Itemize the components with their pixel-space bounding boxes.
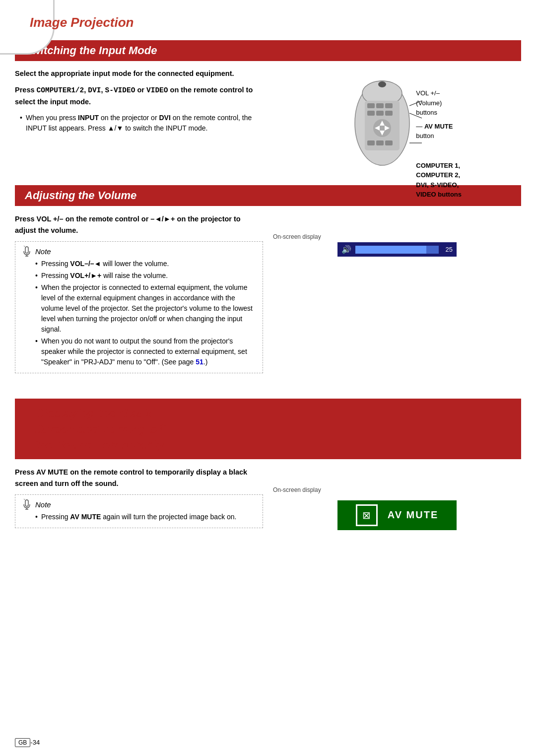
avmute-projector-icon: ⊠ — [362, 509, 371, 521]
section3-note-content: Pressing AV MUTE again will turn the pro… — [21, 512, 257, 522]
title-line1: Displaying the Black — [35, 407, 151, 420]
section1-bullets: When you press INPUT on the projector or… — [20, 113, 263, 134]
svg-line-26 — [24, 499, 25, 500]
section2-note-box: Note Pressing VOL–/–◄ will lower the vol… — [15, 241, 263, 373]
remote-right-labels: VOL +/– (Volume) buttons — AV MUTE butto… — [416, 88, 462, 200]
vol-label: VOL +/– — [416, 89, 440, 97]
avmute-display: ⊠ AV MUTE — [337, 500, 457, 530]
section2-content: Press VOL +/– on the remote control or –… — [0, 206, 536, 385]
section1-twocol: Select the appropriate input mode for th… — [15, 69, 521, 173]
section-bar-switching: Switching the Input Mode — [15, 40, 521, 61]
section3-note-header: Note — [21, 499, 257, 510]
cmd-svideo: S-VIDEO — [105, 86, 135, 94]
section2-right: On-screen display 🔊 25 — [273, 213, 521, 377]
footer-badge: GB — [15, 738, 30, 747]
svg-rect-14 — [367, 140, 375, 145]
section3-right: On-screen display ⊠ AV MUTE — [273, 467, 521, 532]
av-mute-label: — AV MUTE — [416, 122, 462, 132]
svg-rect-5 — [385, 103, 393, 108]
note-bullet-2: Pressing VOL+/►+ will raise the volume. — [35, 271, 257, 281]
title-line3: the Sound Temporarily — [35, 438, 164, 451]
volume-speaker-icon: 🔊 — [341, 245, 351, 254]
svg-rect-16 — [385, 140, 393, 145]
section2-note-content: Pressing VOL–/–◄ will lower the volume. … — [21, 259, 257, 367]
computer1-label: COMPUTER 1, — [416, 162, 460, 169]
svg-line-23 — [24, 246, 25, 247]
spacer1 — [0, 390, 536, 399]
page-title: Image Projection — [30, 15, 134, 30]
section1-intro: Select the appropriate input mode for th… — [15, 69, 263, 79]
section-title-switching: Switching the Input Mode — [25, 44, 511, 57]
section-title-blackscreen: Displaying the Black Screen and Turning … — [25, 403, 511, 455]
note-icon-volume — [21, 246, 32, 257]
section3-content: Press AV MUTE on the remote control to t… — [0, 459, 536, 540]
buttons-label: buttons — [416, 109, 437, 116]
onscreen-label-avmute: On-screen display — [273, 486, 321, 493]
cmd-video: VIDEO — [146, 86, 168, 94]
footer-page: -34 — [30, 739, 40, 746]
section2-note-label: Note — [35, 247, 51, 256]
cmd-computer: COMPUTER1/2 — [37, 86, 84, 94]
av-mute-text: AV MUTE — [424, 123, 453, 130]
section3-left: Press AV MUTE on the remote control to t… — [15, 467, 263, 532]
video-label: VIDEO buttons — [416, 191, 462, 198]
computer2-label: COMPUTER 2, — [416, 171, 460, 179]
button-label: button — [416, 132, 434, 139]
volume-bar-bg — [355, 246, 439, 254]
section3-press: Press AV MUTE on the remote control to t… — [15, 467, 263, 489]
avmute-icon-box: ⊠ — [356, 504, 378, 526]
section1-bullet-1: When you press INPUT on the projector or… — [20, 113, 263, 134]
volume-bar-container: 🔊 25 — [337, 242, 457, 257]
computer-label-group: COMPUTER 1, COMPUTER 2, DVI, S-VIDEO, VI… — [416, 161, 462, 200]
section2-press: Press VOL +/– on the remote control or –… — [15, 213, 263, 236]
section2-twocol: Press VOL +/– on the remote control or –… — [15, 213, 521, 377]
remote-diagram: VOL +/– (Volume) buttons — AV MUTE butto… — [333, 73, 462, 173]
svg-rect-7 — [376, 111, 384, 116]
section2-note-header: Note — [21, 246, 257, 257]
cmd-dvi: DVI — [88, 86, 101, 94]
section2-left: Press VOL +/– on the remote control or –… — [15, 213, 263, 377]
section3-note-label: Note — [35, 500, 51, 509]
section1-left: Select the appropriate input mode for th… — [15, 69, 263, 173]
svg-rect-4 — [376, 103, 384, 108]
volume-label: (Volume) — [416, 99, 442, 107]
page-footer: GB-34 — [15, 739, 40, 746]
section3-note-box: Note Pressing AV MUTE again will turn th… — [15, 494, 263, 528]
section-adjusting-volume: Adjusting the Volume Press VOL +/– on th… — [0, 185, 536, 385]
svg-point-17 — [378, 81, 386, 87]
section-black-screen: Displaying the Black Screen and Turning … — [0, 399, 536, 540]
volume-number: 25 — [443, 246, 453, 253]
svg-rect-15 — [376, 140, 384, 145]
section-switching-input: Switching the Input Mode Select the appr… — [0, 40, 536, 180]
note-bullet-3: When the projector is connected to exter… — [35, 282, 257, 335]
section-bar-blackscreen: Displaying the Black Screen and Turning … — [15, 399, 521, 459]
note-bullet-1: Pressing VOL–/–◄ will lower the volume. — [35, 259, 257, 269]
section1-press: Press COMPUTER1/2, DVI, S-VIDEO or VIDEO… — [15, 84, 263, 108]
section1-right: VOL +/– (Volume) buttons — AV MUTE butto… — [273, 69, 521, 173]
avmute-text-label: AV MUTE — [388, 509, 439, 521]
page-header: Image Projection — [0, 0, 536, 40]
section1-content: Select the appropriate input mode for th… — [0, 61, 536, 180]
note-bullet-4: When you do not want to output the sound… — [35, 336, 257, 367]
vol-label-group: VOL +/– (Volume) buttons — AV MUTE butto… — [416, 88, 462, 141]
svg-rect-3 — [367, 103, 375, 108]
svg-rect-8 — [385, 111, 393, 116]
svg-rect-6 — [367, 111, 375, 116]
section3-twocol: Press AV MUTE on the remote control to t… — [15, 467, 521, 532]
title-line2: Screen and Turning off — [35, 422, 165, 436]
volume-bar-fill — [355, 246, 426, 254]
note-icon-avmute — [21, 499, 32, 510]
onscreen-label-volume: On-screen display — [273, 233, 321, 240]
avmute-note-bullet: Pressing AV MUTE again will turn the pro… — [35, 512, 257, 522]
dvi-label: DVI, S-VIDEO, — [416, 181, 459, 189]
